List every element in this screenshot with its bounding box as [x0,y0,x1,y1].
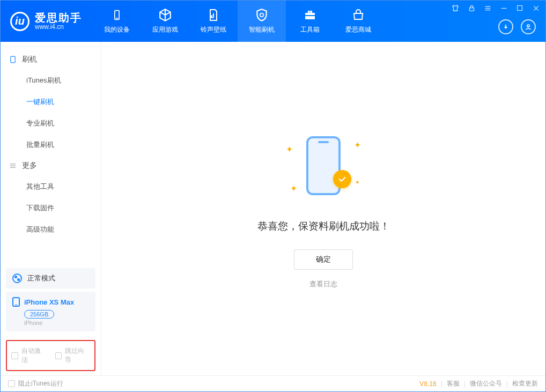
nav-smart-flash[interactable]: 智能刷机 [238,1,286,42]
ok-button[interactable]: 确定 [294,249,353,270]
user-button[interactable] [521,19,536,34]
checkmark-badge-icon [333,170,351,188]
checkbox-skip-guide[interactable]: 跳过向导 [55,346,91,365]
link-check-update[interactable]: 检查更新 [512,379,538,388]
shirt-icon[interactable] [451,4,460,12]
svg-point-13 [527,25,529,27]
main-content: ✦ ✦ ✦ • 恭喜您，保资料刷机成功啦！ 确定 查看日志 [101,42,545,375]
nav-toolbox[interactable]: 工具箱 [286,1,334,42]
download-button[interactable] [498,19,513,34]
highlighted-options: 自动激活 跳过向导 [6,340,95,371]
sidebar-item-download-firmware[interactable]: 下载固件 [1,197,101,219]
device-capacity: 256GB [24,310,54,319]
main-nav: 我的设备 应用游戏 铃声壁纸 智能刷机 工具箱 爱思商城 [93,1,382,42]
device-name: iPhone XS Max [24,298,74,306]
checkbox-block-itunes[interactable]: 阻止iTunes运行 [8,379,63,388]
store-icon [351,8,365,22]
success-message: 恭喜您，保资料刷机成功啦！ [257,219,390,233]
sidebar-item-oneclick-flash[interactable]: 一键刷机 [1,91,101,113]
sidebar-section-more: 更多 [1,156,101,176]
svg-rect-10 [518,6,522,11]
toolbox-icon [303,8,317,22]
shield-refresh-icon [255,8,269,22]
sparkle-icon: ✦ [286,144,293,154]
success-illustration: ✦ ✦ ✦ • [286,128,361,203]
phone-illustration-icon [306,136,341,195]
view-log-link[interactable]: 查看日志 [309,279,337,289]
svg-rect-3 [308,11,312,13]
window-controls [451,4,540,12]
maximize-button[interactable] [515,4,524,12]
sidebar-item-advanced[interactable]: 高级功能 [1,219,101,240]
sidebar-item-other-tools[interactable]: 其他工具 [1,176,101,197]
nav-my-device[interactable]: 我的设备 [93,1,141,42]
link-wechat[interactable]: 微信公众号 [470,379,502,388]
app-url: www.i4.cn [35,24,82,31]
list-icon [9,162,17,169]
nav-store[interactable]: 爱思商城 [334,1,382,42]
nav-apps-games[interactable]: 应用游戏 [141,1,189,42]
version-label: V8.16 [419,380,436,388]
svg-rect-4 [305,15,315,16]
mode-label: 正常模式 [27,273,55,283]
menu-icon[interactable] [483,4,492,12]
mode-icon [12,273,22,283]
titlebar: iu 爱思助手 www.i4.cn 我的设备 应用游戏 铃声壁纸 智能刷机 工具… [1,1,545,42]
device-icon [110,8,124,22]
logo-icon: iu [10,12,29,31]
mode-box[interactable]: 正常模式 [6,268,95,289]
device-box[interactable]: iPhone XS Max 256GB iPhone [6,292,95,331]
app-logo: iu 爱思助手 www.i4.cn [1,1,93,42]
music-file-icon [206,8,220,22]
svg-rect-14 [11,56,15,63]
device-type: iPhone [24,320,89,326]
cube-icon [158,8,172,22]
phone-small-icon [9,56,17,63]
lock-icon[interactable] [467,4,476,12]
device-phone-icon [12,297,20,307]
nav-ringtone-wallpaper[interactable]: 铃声壁纸 [189,1,238,42]
close-button[interactable] [532,4,540,12]
sidebar-section-flash: 刷机 [1,49,101,70]
statusbar: 阻止iTunes运行 V8.16 | 客服 | 微信公众号 | 检查更新 [1,375,545,391]
sidebar: 刷机 iTunes刷机 一键刷机 专业刷机 批量刷机 更多 其他工具 下载固件 … [1,42,101,375]
sidebar-item-pro-flash[interactable]: 专业刷机 [1,113,101,134]
sidebar-item-itunes-flash[interactable]: iTunes刷机 [1,70,101,91]
checkbox-auto-activate[interactable]: 自动激活 [11,346,47,365]
sidebar-item-batch-flash[interactable]: 批量刷机 [1,134,101,156]
sparkle-icon: ✦ [354,140,361,150]
sparkle-icon: • [356,177,359,187]
sparkle-icon: ✦ [290,183,297,194]
link-support[interactable]: 客服 [447,379,460,388]
svg-rect-5 [469,8,474,11]
minimize-button[interactable] [499,4,508,12]
app-name: 爱思助手 [35,12,82,24]
